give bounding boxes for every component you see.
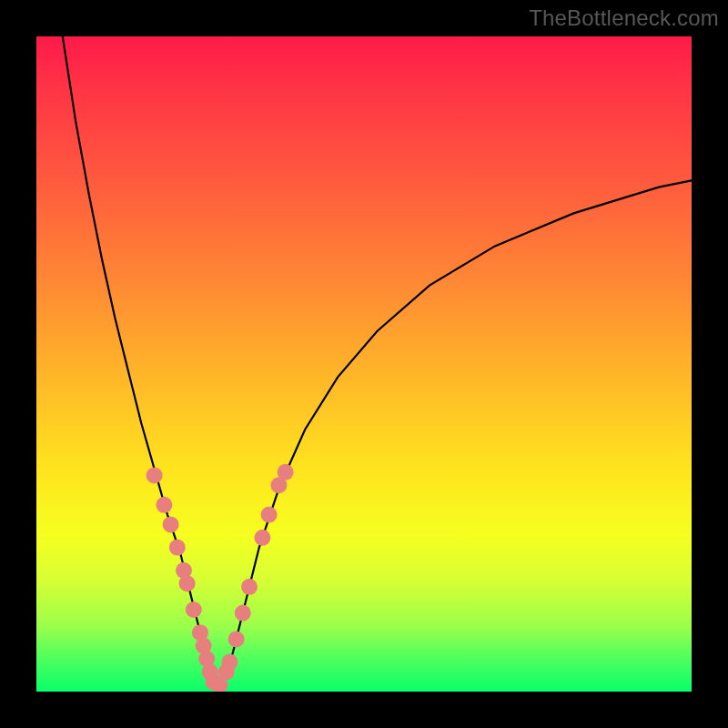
- curve-right-branch: [220, 180, 692, 684]
- marker-point: [163, 516, 179, 532]
- marker-point: [186, 602, 202, 618]
- marker-point: [147, 467, 163, 483]
- marker-point: [254, 530, 270, 546]
- marker-point: [241, 579, 258, 595]
- marker-point: [221, 654, 238, 671]
- marker-point: [261, 507, 278, 523]
- marker-point: [235, 605, 251, 622]
- marker-point: [228, 631, 245, 647]
- marker-point: [169, 540, 186, 556]
- marker-point: [179, 575, 196, 592]
- watermark-text: TheBottleneck.com: [529, 5, 719, 31]
- series-group: [63, 36, 692, 685]
- markers-group: [147, 464, 294, 692]
- chart-frame: TheBottleneck.com: [0, 0, 728, 728]
- marker-point: [278, 464, 294, 480]
- curve-left-branch: [63, 36, 220, 685]
- plot-overlay-svg: [36, 36, 692, 692]
- marker-point: [156, 497, 172, 513]
- plot-area: [36, 36, 692, 692]
